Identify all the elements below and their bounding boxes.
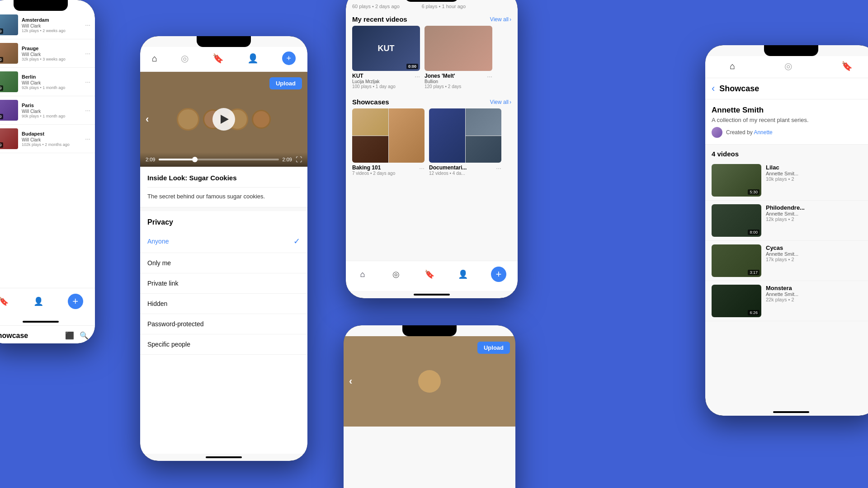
bookmarks-tab[interactable]: 🔖 (841, 61, 853, 71)
video-stats: 102k plays • 2 months ago (22, 142, 81, 147)
progress-track[interactable] (159, 159, 278, 160)
add-tab[interactable]: + (282, 52, 296, 65)
more-icon[interactable]: ··· (419, 164, 425, 172)
add-button[interactable]: + (68, 294, 83, 309)
more-icon[interactable]: ··· (85, 78, 90, 85)
video-author: Will Clark (22, 80, 81, 85)
list-item[interactable]: 7:29 Paris Will Clark 90k plays • 1 mont… (0, 96, 95, 125)
privacy-option-label: Private link (147, 280, 178, 287)
home-indicator (414, 294, 450, 296)
fullscreen-icon[interactable]: ⛶ (296, 156, 302, 163)
more-icon[interactable]: ··· (85, 135, 90, 142)
more-icon[interactable]: ··· (487, 73, 492, 80)
privacy-option-label: Only me (147, 259, 171, 267)
duration-badge: 7:29 (0, 28, 3, 34)
showcase-thumb-cell (389, 108, 425, 163)
showcase-name: Annette Smith (712, 106, 868, 115)
rv-stats: 120 plays • 2 days (425, 84, 461, 89)
sv-title: Cycas (766, 244, 868, 251)
profile-tab[interactable]: 👤 (458, 269, 468, 280)
more-icon[interactable]: ··· (85, 107, 90, 114)
explore-tab[interactable]: ◎ (181, 53, 189, 64)
stats-left: 60 plays • 2 days ago (352, 4, 400, 9)
video-info: Paris Will Clark 90k plays • 1 month ago (22, 102, 81, 118)
view-all-videos[interactable]: View all › (490, 16, 511, 23)
video-title: Paris (22, 102, 81, 108)
previous-button[interactable]: ‹ (146, 113, 149, 125)
privacy-option-anyone[interactable]: Anyone ✓ (140, 230, 307, 253)
home-tab[interactable]: ⌂ (357, 269, 368, 280)
showcase-videos-header: 4 videos (705, 145, 868, 160)
showcase-thumb-grid (352, 108, 425, 163)
explore-tab[interactable]: ◎ (784, 61, 792, 71)
showcase-video-item[interactable]: 5:30 Lilac Annette Smit... 10k plays • 2 (705, 160, 868, 201)
showcase-thumb-cell (429, 108, 465, 163)
upload-button-bottom[interactable]: Upload (477, 342, 510, 354)
progress-fill (159, 159, 195, 160)
privacy-option-specific[interactable]: Specific people (140, 334, 307, 355)
recent-video-card[interactable]: KUT 0:00 KUT Lucija Mrzljak 100 plays • … (352, 26, 420, 89)
total-time: 2:09 (283, 157, 292, 162)
recent-videos-row: KUT 0:00 KUT Lucija Mrzljak 100 plays • … (346, 26, 518, 94)
video-author: Will Clark (22, 23, 81, 28)
bookmarks-icon[interactable]: 🔖 (0, 296, 9, 307)
kut-logo: KUT (378, 26, 395, 71)
view-all-showcases[interactable]: View all › (490, 99, 511, 105)
video-meta-title: Inside Look: Sugar Cookies (147, 174, 300, 188)
showcase-video-item[interactable]: 8:00 Philodendre... Annette Smit... 12k … (705, 201, 868, 241)
phone-right-center: 60 plays • 2 days ago 6 plays • 1 hour a… (346, 0, 518, 298)
showcase-detail: Annette Smith A collection of my recent … (705, 99, 868, 145)
profile-tab[interactable]: 👤 (247, 53, 259, 64)
list-item[interactable]: 7:29 Budapest Will Clark 102k plays • 2 … (0, 125, 95, 153)
sv-author: Annette Smit... (766, 291, 868, 297)
list-item[interactable]: 7:29 Berlin Will Clark 92k plays • 1 mon… (0, 68, 95, 96)
showcase-card[interactable]: Documentari... 12 videos • 4 da... ··· (429, 108, 501, 176)
showcase-thumb-cell (466, 108, 502, 136)
sv-duration: 8:00 (748, 230, 760, 235)
showcase-thumb-cell (352, 136, 388, 163)
video-info: Amsterdam Will Clark 12k plays • 2 weeks… (22, 17, 81, 33)
list-item[interactable]: 7:29 Amsterdam Will Clark 12k plays • 2 … (0, 11, 95, 39)
showcase-video-item[interactable]: 6:26 Monstera Annette Smit... 22k plays … (705, 281, 868, 321)
upload-button[interactable]: Upload (269, 77, 302, 89)
bookmarks-tab[interactable]: 🔖 (424, 269, 435, 280)
profile-icon[interactable]: 👤 (33, 296, 44, 307)
sv-thumbnail: 6:26 (712, 285, 761, 317)
home-tab[interactable]: ⌂ (730, 61, 735, 71)
privacy-option-only-me[interactable]: Only me (140, 253, 307, 273)
privacy-option-private-link[interactable]: Private link (140, 273, 307, 294)
bookmarks-tab[interactable]: 🔖 (212, 53, 224, 64)
privacy-option-label: Password-protected (147, 320, 204, 328)
video-thumbnail: 7:29 (0, 128, 18, 149)
showcase-thumb-cell (466, 136, 502, 163)
explore-tab[interactable]: ◎ (391, 269, 401, 280)
play-button[interactable] (212, 108, 235, 131)
home-tab[interactable]: ⌂ (152, 53, 157, 64)
showcase-card[interactable]: Baking 101 7 videos • 2 days ago ··· (352, 108, 425, 176)
my-videos-header: My recent videos View all › (346, 11, 518, 26)
showcase-stats: 7 videos • 2 days ago (352, 171, 395, 176)
creator-text: Created by Annette (726, 129, 773, 136)
more-icon[interactable]: ··· (415, 73, 420, 80)
cast-icon[interactable]: ⬛ (65, 331, 74, 340)
bottom-nav: ⌂ ◎ 🔖 👤 + (346, 261, 518, 291)
phone-left: 7:29 Amsterdam Will Clark 12k plays • 2 … (0, 0, 95, 343)
notch-center (197, 36, 251, 47)
showcase-thumb-cell (352, 108, 388, 136)
progress-dot[interactable] (192, 157, 198, 162)
more-icon[interactable]: ··· (85, 50, 90, 57)
privacy-option-hidden[interactable]: Hidden (140, 294, 307, 314)
showcase-title: Baking 101 (352, 164, 395, 171)
rv-thumbnail (425, 26, 492, 71)
showcase-video-item[interactable]: 3:17 Cycas Annette Smit... 17k plays • 2 (705, 241, 868, 281)
more-icon[interactable]: ··· (85, 21, 90, 28)
back-button[interactable]: ‹ (712, 83, 715, 94)
recent-video-card[interactable]: Jones 'Melt' Bullion 120 plays • 2 days … (425, 26, 492, 89)
stats-right: 6 plays • 1 hour ago (422, 4, 466, 9)
previous-button-bottom[interactable]: ‹ (349, 375, 352, 387)
more-icon[interactable]: ··· (496, 164, 501, 172)
add-button[interactable]: + (491, 267, 506, 282)
privacy-option-password[interactable]: Password-protected (140, 314, 307, 334)
search-icon[interactable]: 🔍 (80, 331, 89, 340)
list-item[interactable]: 7:29 Prauge Will Clark 32k plays • 3 wee… (0, 39, 95, 68)
